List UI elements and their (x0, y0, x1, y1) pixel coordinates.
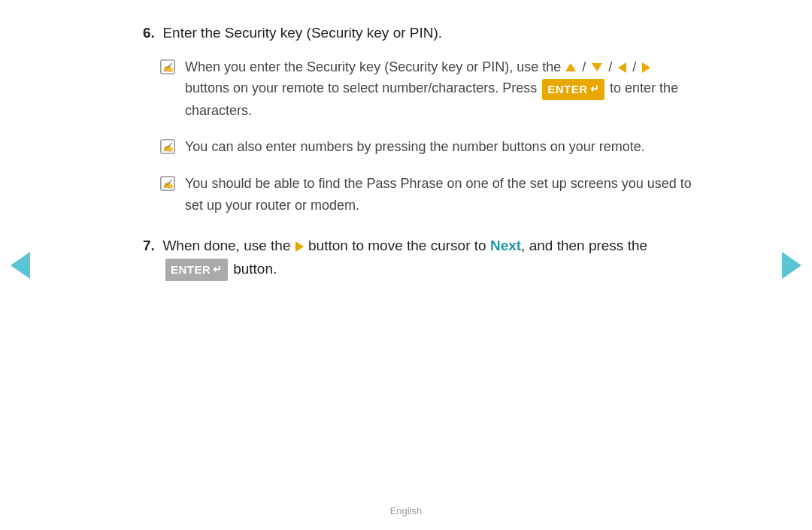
nav-arrow-left[interactable] (11, 252, 30, 279)
enter-return-icon-gray: ↵ (213, 261, 223, 279)
note-3-text: You should be able to find the Pass Phra… (185, 173, 692, 217)
step-7-number: 7. (143, 238, 155, 253)
step-6-title: 6. Enter the Security key (Security key … (143, 23, 692, 44)
step-6-section: 6. Enter the Security key (Security key … (143, 23, 692, 217)
step-7-line2-after: button. (233, 261, 277, 277)
note-1: ✍ When you enter the Security key (Secur… (158, 56, 692, 122)
step-7-title: 7. When done, use the button to move the… (143, 235, 692, 257)
notes-container: ✍ When you enter the Security key (Secur… (143, 56, 692, 217)
note-3: ✍ You should be able to find the Pass Ph… (158, 173, 692, 217)
arrow-right-icon (642, 62, 650, 73)
note-icon-3: ✍ (158, 174, 177, 193)
step-7-next-link: Next (490, 238, 521, 253)
footer-language: English (390, 505, 423, 516)
enter-badge-gray: ENTER↵ (165, 259, 228, 281)
note-1-text: When you enter the Security key (Securit… (185, 56, 692, 122)
step-6-number: 6. (143, 25, 155, 41)
note-2: ✍ You can also enter numbers by pressing… (158, 136, 692, 158)
svg-text:✍: ✍ (162, 61, 176, 72)
step-6-title-text: Enter the Security key (Security key or … (162, 25, 442, 41)
note-icon-1: ✍ (158, 57, 177, 77)
arrow-up-icon (565, 63, 576, 71)
nav-arrow-right[interactable] (782, 252, 801, 279)
arrow-down-icon (592, 63, 602, 71)
note-icon-2: ✍ (158, 137, 177, 156)
enter-badge: ENTER↵ (542, 79, 604, 100)
arrow-left-icon (618, 62, 626, 73)
step-7-line2: ENTER↵ button. (143, 257, 692, 281)
enter-return-icon: ↵ (590, 80, 600, 97)
note-2-text: You can also enter numbers by pressing t… (185, 136, 645, 158)
svg-text:✍: ✍ (162, 178, 176, 189)
step-7-line1-end: , and then press the (521, 238, 647, 253)
step-7-line1-before: When done, use the (162, 238, 294, 253)
step-7-section: 7. When done, use the button to move the… (143, 235, 692, 282)
step-7-line1-after: button to move the cursor to (304, 238, 490, 253)
step-7-arrow-right-icon (295, 241, 304, 252)
main-content: 6. Enter the Security key (Security key … (45, 0, 767, 304)
svg-text:✍: ✍ (162, 141, 176, 153)
